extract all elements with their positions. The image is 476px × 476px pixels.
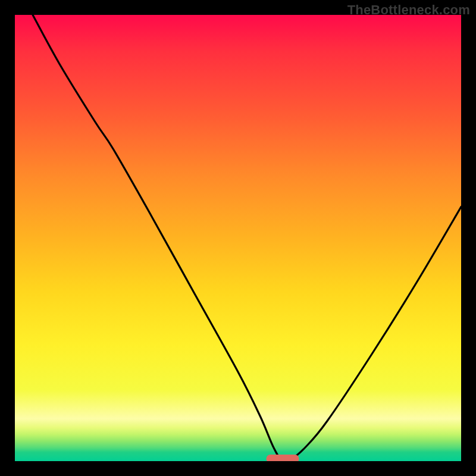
curve-layer	[15, 15, 461, 461]
bottleneck-curve	[33, 15, 461, 461]
chart-frame: TheBottleneck.com	[0, 0, 476, 476]
watermark-text: TheBottleneck.com	[347, 2, 470, 18]
optimum-marker	[267, 455, 299, 461]
plot-area	[15, 15, 461, 461]
